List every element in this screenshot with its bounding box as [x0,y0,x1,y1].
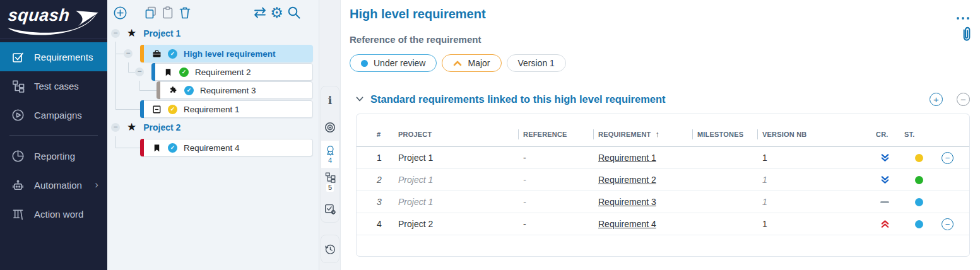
criticality-chip[interactable]: Major [442,54,501,72]
sidebar-item-action-word[interactable]: Action word [0,199,107,228]
sidebar-item-automation[interactable]: Automation [0,170,107,199]
tree-toolbar [107,0,319,25]
collapse-toggle-icon[interactable] [111,29,120,38]
tab-information[interactable] [321,86,339,114]
criticality-icon [873,153,902,163]
tree-project-2[interactable]: Project 2 [111,122,180,132]
nav-label: Automation [34,180,82,191]
status-chip[interactable]: Under review [350,54,437,72]
sidebar-item-campaigns[interactable]: Campaigns [0,100,107,129]
copy-icon[interactable] [142,4,159,21]
target-icon [324,121,336,134]
project-label: Project 1 [143,28,180,38]
verified-config-icon [324,202,336,215]
tab-milestones[interactable]: 4 [321,141,339,168]
requirement-link[interactable]: Requirement 3 [598,197,656,207]
bookmark-icon [163,67,173,77]
requirements-checkbox-icon [11,50,25,64]
tree-project-1[interactable]: Project 1 [111,28,180,38]
collapse-toggle-icon[interactable] [111,123,120,132]
table-header-row: # PROJECT REFERENCE REQUIREMENT MILESTON… [357,122,969,147]
project-star-icon [127,28,136,38]
tab-verification[interactable] [321,195,339,222]
tree-node-requirement-3[interactable]: Requirement 3 [156,81,313,99]
tab-history[interactable] [321,235,339,263]
requirement-link[interactable]: Requirement 4 [598,219,656,229]
search-icon[interactable] [285,4,302,21]
row-unlink-button[interactable] [942,152,953,164]
sidebar-item-test-cases[interactable]: Test cases [0,71,107,100]
cell-version-nb: 1 [760,153,873,163]
cell-project: Project 1 [396,197,521,207]
unlink-requirement-button[interactable] [957,93,970,106]
category-color-bar [140,45,144,62]
status-under-review-icon [168,49,177,59]
tree-node-requirement-1[interactable]: Requirement 1 [140,100,313,118]
sidebar-item-reporting[interactable]: Reporting [0,141,107,170]
nav-label: Requirements [34,52,93,62]
tree-node-requirement-2[interactable]: Requirement 2 [151,63,313,81]
collapse-toggle-icon[interactable] [124,49,133,58]
table-row: 2 Project 1 - Requirement 2 1 [357,169,969,191]
requirement-link[interactable]: Requirement 1 [598,153,656,163]
column-header-milestones[interactable]: MILESTONES [695,131,760,138]
column-header-num[interactable]: # [357,131,396,138]
column-header-criticality[interactable]: CR. [873,131,902,138]
squash-logo[interactable]: squash [0,0,107,38]
linked-count: 5 [326,184,334,192]
column-header-requirement[interactable]: REQUIREMENT [596,130,695,139]
status-pending-icon [168,105,177,114]
test-cases-hierarchy-icon [11,79,25,93]
tree-connector [115,148,140,148]
column-header-reference[interactable]: REFERENCE [521,131,596,138]
link-requirement-button[interactable] [930,93,943,106]
requirement-link[interactable]: Requirement 2 [598,175,656,185]
tree-node-high-level-requirement[interactable]: High level requirement [140,45,313,62]
new-requirement-button[interactable] [112,4,129,21]
nav-label: Reporting [34,151,75,161]
attachments-paperclip-icon[interactable] [959,25,975,47]
delete-icon[interactable] [176,4,193,21]
briefcase-icon [151,49,162,59]
requirement-attributes: Under review Major Version 1 [350,54,566,72]
row-unlink-button[interactable] [942,218,953,230]
tree-connector [128,62,129,72]
chip-label: Major [468,58,490,68]
row-number: 1 [357,153,396,163]
paste-icon[interactable] [159,4,176,21]
tab-dashboard[interactable] [321,114,339,141]
section-collapse-chevron-icon[interactable] [356,97,363,102]
chevron-up-icon [453,61,462,66]
requirements-tree-panel: Project 1 High level requirement Require… [107,0,319,270]
tree-node-requirement-4[interactable]: Requirement 4 [140,139,313,156]
linked-requirements-section-header: Standard requirements linked to this hig… [356,93,970,106]
cell-version-nb: 1 [760,175,873,185]
status-badge [915,176,923,184]
puzzle-icon [168,85,178,95]
reference-field-label[interactable]: Reference of the requirement [350,34,481,45]
more-options-icon[interactable] [956,11,970,23]
column-header-status[interactable]: ST. [902,131,930,138]
column-header-project[interactable]: PROJECT [396,131,521,138]
tree-settings-gear-icon[interactable] [268,4,285,21]
transfer-arrows-icon[interactable] [251,4,268,21]
collapse-toggle-icon[interactable] [135,68,144,76]
sidebar-item-requirements[interactable]: Requirements [0,42,107,71]
criticality-icon [873,175,902,185]
cell-project: Project 1 [396,175,521,185]
column-header-version-nb[interactable]: VERSION NB [760,131,873,138]
category-color-bar [156,81,160,99]
version-chip[interactable]: Version 1 [507,54,566,72]
square-minus-icon [151,104,162,114]
reporting-pie-chart-icon [11,149,25,163]
row-number: 2 [357,175,396,185]
tab-linked-items[interactable]: 5 [321,168,339,195]
status-badge [915,198,923,206]
tree-node-label: Requirement 4 [184,143,240,153]
status-under-review-icon [168,143,177,153]
table-row: 4 Project 2 - Requirement 4 1 [357,213,969,235]
nav-label: Campaigns [34,110,82,120]
page-title: High level requirement [350,7,486,21]
milestone-medal-icon [324,144,336,156]
chip-label: Under review [374,58,425,68]
